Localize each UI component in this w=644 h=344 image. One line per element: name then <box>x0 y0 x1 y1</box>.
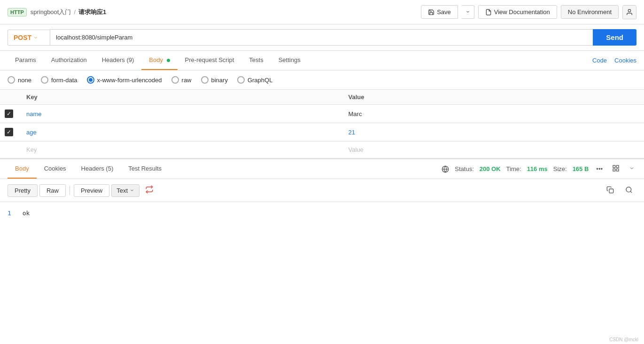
row2-value: 21 <box>349 129 355 136</box>
tab-authorization[interactable]: Authorization <box>44 51 94 70</box>
top-bar-actions: Save View Documentation No Environment <box>421 5 636 19</box>
tab-body[interactable]: Body <box>141 51 177 70</box>
wrap-icon <box>145 185 154 194</box>
radio-raw[interactable]: raw <box>171 76 192 84</box>
row3-value-cell[interactable]: Value <box>343 141 644 158</box>
svg-point-8 <box>626 187 631 192</box>
row1-key: name <box>26 110 42 117</box>
layout-toggle-button[interactable] <box>610 163 621 175</box>
user-icon <box>626 8 633 16</box>
row2-key-cell[interactable]: age <box>21 123 343 141</box>
svg-rect-4 <box>616 165 619 168</box>
response-tabs-bar: Body Cookies Headers (5) Test Results St… <box>0 159 644 179</box>
row3-key-cell[interactable]: Key <box>21 141 343 158</box>
row2-key: age <box>26 129 37 136</box>
method-select[interactable]: POST <box>8 30 50 46</box>
save-icon <box>428 9 435 16</box>
expand-icon <box>629 165 635 171</box>
code-link[interactable]: Code <box>592 51 607 70</box>
row1-key-cell[interactable]: name <box>21 105 343 123</box>
method-chevron-icon <box>33 35 38 40</box>
radio-graphql[interactable]: GraphQL <box>237 76 272 84</box>
time-label: Time: <box>506 165 521 172</box>
chevron-down-icon <box>466 9 470 14</box>
line-number-1: 1 <box>8 210 11 217</box>
radio-form-data-circle <box>41 76 48 84</box>
save-dropdown-button[interactable] <box>462 5 474 19</box>
resp-tab-cookies[interactable]: Cookies <box>37 159 74 179</box>
response-meta: Status: 200 OK Time: 116 ms Size: 165 B … <box>442 163 636 175</box>
svg-rect-7 <box>609 189 613 193</box>
preview-button[interactable]: Preview <box>74 184 109 197</box>
search-response-button[interactable] <box>621 184 636 197</box>
chevron-down-resp-button[interactable] <box>627 164 636 174</box>
req-tab-right: Code Cookies <box>592 51 636 70</box>
body-type-row: none form-data x-www-form-urlencoded raw… <box>0 70 644 90</box>
tab-settings[interactable]: Settings <box>271 51 308 70</box>
breadcrumb-current: 请求响应1 <box>78 8 106 16</box>
avatar-button[interactable] <box>622 5 636 19</box>
search-icon <box>625 186 633 194</box>
layout-icon <box>612 164 620 172</box>
send-button[interactable]: Send <box>593 29 636 46</box>
radio-form-data[interactable]: form-data <box>41 76 78 84</box>
save-button[interactable]: Save <box>421 5 458 19</box>
environment-selector[interactable]: No Environment <box>561 5 619 19</box>
view-documentation-button[interactable]: View Documentation <box>478 5 557 19</box>
radio-urlencoded-circle <box>87 76 94 84</box>
url-bar: POST Send <box>0 24 644 51</box>
radio-raw-circle <box>171 76 179 84</box>
response-section: Body Cookies Headers (5) Test Results St… <box>0 158 644 224</box>
row1-check-cell <box>0 105 21 123</box>
resp-tab-body[interactable]: Body <box>8 159 37 179</box>
row1-checkbox[interactable] <box>5 109 13 118</box>
tab-tests[interactable]: Tests <box>241 51 271 70</box>
watermark: CSDN @mckl <box>609 337 638 342</box>
time-value: 116 ms <box>527 165 548 172</box>
top-bar: HTTP springboot入门 / 请求响应1 Save View Docu… <box>0 0 644 24</box>
breadcrumb: springboot入门 / 请求响应1 <box>31 8 107 16</box>
breadcrumb-separator: / <box>74 8 76 16</box>
status-label: Status: <box>455 165 473 172</box>
table-row: name Marc <box>0 105 644 123</box>
status-value: 200 OK <box>480 165 501 172</box>
svg-rect-6 <box>616 169 619 171</box>
cookies-link[interactable]: Cookies <box>614 51 636 70</box>
params-table: Key Value name Marc age 21 <box>0 90 644 158</box>
radio-x-www-form-urlencoded[interactable]: x-www-form-urlencoded <box>87 76 162 84</box>
doc-icon <box>485 9 492 16</box>
col-key: Key <box>21 90 343 105</box>
row2-checkbox[interactable] <box>5 128 13 136</box>
pretty-button[interactable]: Pretty <box>8 184 38 197</box>
tab-headers[interactable]: Headers (9) <box>94 51 142 70</box>
format-divider <box>70 186 70 195</box>
row1-value-cell[interactable]: Marc <box>343 105 644 123</box>
tab-params[interactable]: Params <box>8 51 44 70</box>
wrap-button[interactable] <box>141 183 157 198</box>
resp-tab-test-results[interactable]: Test Results <box>121 159 169 179</box>
request-tabs: Params Authorization Headers (9) Body Pr… <box>0 51 644 70</box>
text-dropdown[interactable]: Text <box>111 184 140 197</box>
resp-tab-headers[interactable]: Headers (5) <box>74 159 121 179</box>
http-badge: HTTP <box>8 8 27 16</box>
svg-line-9 <box>630 191 632 193</box>
more-options-button[interactable]: ••• <box>594 164 605 174</box>
tab-pre-request[interactable]: Pre-request Script <box>178 51 242 70</box>
table-row-empty: Key Value <box>0 141 644 158</box>
svg-rect-3 <box>613 165 615 168</box>
globe-icon <box>442 165 449 173</box>
radio-none[interactable]: none <box>8 76 31 84</box>
format-right <box>603 184 636 197</box>
copy-icon <box>606 186 614 194</box>
response-code: ok <box>23 210 30 217</box>
radio-binary[interactable]: binary <box>201 76 228 84</box>
raw-button[interactable]: Raw <box>39 184 66 197</box>
radio-none-circle <box>8 76 15 84</box>
copy-response-button[interactable] <box>603 184 618 197</box>
row2-value-cell[interactable]: 21 <box>343 123 644 141</box>
col-check <box>0 90 21 105</box>
row2-check-cell <box>0 123 21 141</box>
radio-binary-circle <box>201 76 209 84</box>
url-input[interactable] <box>50 29 593 46</box>
col-value: Value <box>343 90 644 105</box>
